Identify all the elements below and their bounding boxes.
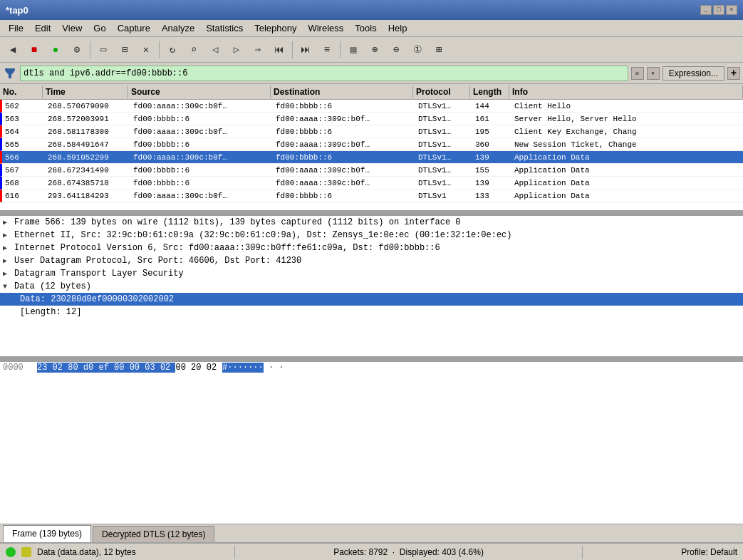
hex-offset: 0000 — [3, 363, 31, 373]
col-header-source[interactable]: Source — [128, 85, 271, 98]
toolbar-sep — [90, 41, 90, 58]
list-item: fd00:bbbb::6 — [273, 128, 415, 136]
table-row[interactable]: 563268.572003991fd00:bbbb::6fd00:aaaa::3… — [0, 113, 743, 125]
minimize-btn[interactable]: _ — [700, 5, 712, 15]
list-item: 268.581178300 — [45, 128, 130, 136]
menu-item-file[interactable]: File — [3, 21, 29, 35]
col-header-destination[interactable]: Destination — [271, 85, 413, 98]
go-forward-btn[interactable]: ▷ — [227, 40, 246, 60]
filter-icon — [3, 66, 17, 81]
list-item: Server Hello, Server Hello — [511, 115, 743, 123]
list-item: DTLSv1… — [415, 102, 472, 110]
status-indicator — [6, 547, 16, 557]
auto-scroll-btn[interactable]: ≡ — [317, 40, 337, 60]
col-header-no[interactable]: No. — [0, 85, 43, 98]
filter-clear-btn[interactable]: ✕ — [631, 67, 644, 80]
col-header-protocol[interactable]: Protocol — [413, 85, 470, 98]
detail-label: Internet Protocol Version 6, Src: fd00:a… — [14, 243, 440, 253]
last-packet-btn[interactable]: ⏭ — [296, 40, 316, 60]
menu-item-wireless[interactable]: Wireless — [302, 21, 349, 35]
open-file-btn[interactable]: ▭ — [93, 40, 113, 60]
menu-item-view[interactable]: View — [56, 21, 88, 35]
goto-packet-btn[interactable]: ⇒ — [248, 40, 268, 60]
table-row[interactable]: 566268.591052299fd00:aaaa::309c:b0f…fd00… — [0, 151, 743, 164]
hex-panel: 000023 02 80 d0 ef 00 00 03 02 00 20 02 … — [0, 362, 743, 524]
col-header-info[interactable]: Info — [509, 85, 743, 98]
expression-btn[interactable]: Expression... — [663, 66, 724, 81]
find-packet-btn[interactable]: ⌕ — [184, 40, 204, 60]
zoom-in-btn[interactable]: ⊕ — [365, 40, 385, 60]
list-item: 268.584491647 — [45, 140, 130, 149]
zoom-out-btn[interactable]: ⊖ — [386, 40, 406, 60]
detail-row[interactable]: ▶Datagram Transport Layer Security — [0, 267, 743, 280]
list-item: 139 — [472, 179, 511, 187]
col-header-time[interactable]: Time — [43, 85, 128, 98]
filter-bookmark-btn[interactable]: ▾ — [647, 67, 660, 80]
list-item: 133 — [472, 192, 511, 200]
title-controls[interactable]: _ □ × — [700, 5, 737, 15]
list-item: 562 — [2, 102, 45, 110]
list-item: fd00:bbbb::6 — [130, 140, 273, 149]
menu-item-edit[interactable]: Edit — [29, 21, 56, 35]
list-item: DTLSv1… — [415, 179, 472, 187]
wireshark-logo-btn[interactable]: ◀ — [3, 40, 23, 60]
maximize-btn[interactable]: □ — [713, 5, 724, 15]
menu-item-analyze[interactable]: Analyze — [156, 21, 200, 35]
list-item: fd00:bbbb::6 — [273, 192, 415, 200]
tab-bar: Frame (139 bytes)Decrypted DTLS (12 byte… — [0, 524, 743, 543]
list-item: fd00:aaaa::309c:b0f… — [130, 102, 273, 110]
menu-item-telephony[interactable]: Telephony — [249, 21, 302, 35]
menu-item-help[interactable]: Help — [383, 21, 413, 35]
status-profile: Profile: Default — [681, 547, 737, 557]
packet-list-body: 562268.570679090fd00:aaaa::309c:b0f…fd00… — [0, 100, 743, 210]
reload-file-btn[interactable]: ↻ — [162, 40, 182, 60]
tab-frame139bytes[interactable]: Frame (139 bytes) — [3, 525, 91, 542]
detail-row[interactable]: ▼Data (12 bytes) — [0, 280, 743, 293]
list-item: 195 — [472, 128, 511, 136]
list-item: DTLSv1… — [415, 140, 472, 149]
menu-item-statistics[interactable]: Statistics — [200, 21, 249, 35]
hex-bytes: 23 02 80 d0 ef 00 00 03 02 00 20 02 — [37, 363, 217, 373]
list-item: 268.572003991 — [45, 115, 130, 123]
list-item: DTLSv1 — [415, 192, 472, 200]
normal-size-btn[interactable]: ① — [407, 40, 427, 60]
list-item: 568 — [2, 179, 45, 187]
table-row[interactable]: 562268.570679090fd00:aaaa::309c:b0f…fd00… — [0, 100, 743, 113]
list-item: 293.641184293 — [45, 192, 130, 200]
packet-list: No. Time Source Destination Protocol Len… — [0, 84, 743, 212]
close-file-btn[interactable]: ✕ — [136, 40, 156, 60]
menu-item-tools[interactable]: Tools — [349, 21, 382, 35]
detail-row[interactable]: ▶Internet Protocol Version 6, Src: fd00:… — [0, 242, 743, 254]
resize-columns-btn[interactable]: ⊞ — [429, 40, 449, 60]
expand-icon: ▶ — [3, 218, 11, 227]
start-capture-btn[interactable]: ● — [46, 40, 66, 60]
menu-item-capture[interactable]: Capture — [112, 21, 156, 35]
tab-decrypteddtls12bytes[interactable]: Decrypted DTLS (12 bytes) — [93, 526, 214, 542]
close-btn[interactable]: × — [726, 5, 737, 15]
capture-options-btn[interactable]: ⚙ — [67, 40, 87, 60]
save-file-btn[interactable]: ⊟ — [115, 40, 135, 60]
list-item: 161 — [472, 115, 511, 123]
filter-input[interactable] — [20, 66, 628, 81]
table-row[interactable]: 616293.641184293fd00:aaaa::309c:b0f…fd00… — [0, 190, 743, 202]
filter-add-btn[interactable]: + — [727, 67, 740, 80]
table-row[interactable]: 564268.581178300fd00:aaaa::309c:b0f…fd00… — [0, 125, 743, 138]
menu-item-go[interactable]: Go — [88, 21, 111, 35]
detail-sub-item[interactable]: Data: 230280d0ef00000302002002 — [0, 293, 743, 306]
status-packets-info: Packets: 8792 · Displayed: 403 (4.6%) — [333, 547, 484, 557]
table-row[interactable]: 568268.674385718fd00:bbbb::6fd00:aaaa::3… — [0, 177, 743, 190]
table-row[interactable]: 565268.584491647fd00:bbbb::6fd00:aaaa::3… — [0, 138, 743, 151]
table-row[interactable]: 567268.672341490fd00:bbbb::6fd00:aaaa::3… — [0, 164, 743, 177]
col-header-length[interactable]: Length — [470, 85, 509, 98]
color-rules-btn[interactable]: ▤ — [343, 40, 363, 60]
first-packet-btn[interactable]: ⏮ — [269, 40, 289, 60]
detail-sub-item[interactable]: [Length: 12] — [0, 306, 743, 318]
detail-row[interactable]: ▶Frame 566: 139 bytes on wire (1112 bits… — [0, 216, 743, 229]
go-back-btn[interactable]: ◁ — [205, 40, 225, 60]
svg-rect-0 — [5, 68, 15, 71]
list-item: 144 — [472, 102, 511, 110]
detail-row[interactable]: ▶User Datagram Protocol, Src Port: 46606… — [0, 254, 743, 267]
detail-row[interactable]: ▶Ethernet II, Src: 32:9c:b0:61:c0:9a (32… — [0, 229, 743, 242]
stop-capture-btn[interactable]: ■ — [24, 40, 44, 60]
list-item: fd00:aaaa::309c:b0f… — [273, 179, 415, 187]
